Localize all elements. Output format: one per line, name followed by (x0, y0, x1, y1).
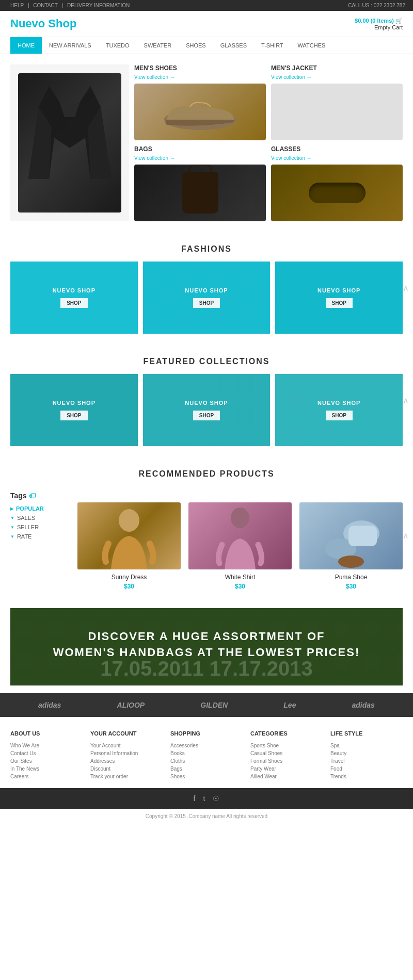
products-grid: Sunny Dress $30 White Shirt $30 (77, 502, 403, 590)
twitter-icon[interactable]: t (203, 794, 205, 803)
site-logo[interactable]: Nuevo Shop (10, 17, 76, 30)
rss-icon[interactable]: ☉ (213, 794, 219, 803)
glasses-shape (309, 183, 366, 203)
fashion-card-3: NUEVO SHOP SHOP (275, 262, 403, 334)
featured-shop-btn-2[interactable]: SHOP (193, 411, 220, 420)
footer-account-link-3[interactable]: Discount (90, 765, 163, 773)
footer-shopping-link-4[interactable]: Shoes (170, 773, 243, 780)
product-thumb-3 (299, 502, 403, 569)
nav-glasses[interactable]: GLASSES (213, 37, 254, 54)
nav-home[interactable]: HOME (10, 37, 42, 54)
footer-lifestyle-link-1[interactable]: Beauty (330, 749, 403, 757)
cart-icon: 🛒 (395, 18, 403, 24)
copyright: Copyright © 2015 .Company name All right… (0, 809, 413, 823)
top-bar-links[interactable]: HELP | CONTACT | DELIVERY INFORMATION (8, 3, 132, 8)
mens-shoes-link[interactable]: View collection (134, 74, 175, 80)
footer: ABOUT US Who We Are Contact Us Our Sites… (0, 717, 413, 788)
tags-title: Tags 🏷 (10, 492, 403, 500)
recommended-section: RECOMMENDED PRODUCTS Tags 🏷 ▶ POPULAR ▼ … (0, 456, 413, 600)
delivery-link[interactable]: DELIVERY INFORMATION (67, 3, 130, 8)
mens-shoes-category: MEN'S SHOES View collection (134, 64, 266, 140)
footer-lifestyle-link-0[interactable]: Spa (330, 742, 403, 749)
footer-categories-link-0[interactable]: Sports Shoe (250, 742, 323, 749)
nav-tshirt[interactable]: T-SHIRT (254, 37, 291, 54)
bag-shape (182, 172, 218, 214)
top-bar: HELP | CONTACT | DELIVERY INFORMATION CA… (0, 0, 413, 11)
footer-about-link-2[interactable]: Our Sites (10, 757, 83, 765)
featured-brand-3: NUEVO SHOP (317, 400, 360, 406)
mens-jacket-link[interactable]: View collection (271, 74, 312, 80)
bags-link[interactable]: View collection (134, 155, 175, 161)
featured-brand-1: NUEVO SHOP (53, 400, 96, 406)
fashion-card-2: NUEVO SHOP SHOP (143, 262, 271, 334)
logo-text: Shop (45, 17, 76, 30)
nav-tuxedo[interactable]: TUXEDO (99, 37, 137, 54)
fashion-shop-btn-2[interactable]: SHOP (193, 298, 220, 308)
tag-icon: 🏷 (29, 492, 36, 500)
header: Nuevo Shop $0.00 (0 Items) 🛒 Empty Cart (0, 11, 413, 37)
footer-about-link-4[interactable]: Careers (10, 773, 83, 780)
fashion-brand-3: NUEVO SHOP (317, 287, 360, 293)
featured-shop-btn-3[interactable]: SHOP (326, 411, 353, 420)
product-card-3[interactable]: Puma Shoe $30 (299, 502, 403, 590)
glasses-image (271, 165, 403, 221)
footer-col-lifestyle: LIFE STYLE Spa Beauty Travel Food Trends (330, 730, 403, 780)
footer-account-link-4[interactable]: Track your order (90, 773, 163, 780)
footer-categories-link-1[interactable]: Casual Shoes (250, 749, 323, 757)
footer-account-link-0[interactable]: Your Account (90, 742, 163, 749)
tag-arrow-seller: ▼ (10, 525, 14, 530)
product-card-1[interactable]: Sunny Dress $30 (77, 502, 181, 590)
featured-chevron[interactable]: ∧ (403, 396, 409, 405)
product-price-3: $30 (299, 583, 403, 590)
footer-shopping-link-3[interactable]: Bags (170, 765, 243, 773)
featured-card-3: NUEVO SHOP SHOP (275, 374, 403, 446)
product-price-1: $30 (77, 583, 181, 590)
facebook-icon[interactable]: f (194, 794, 196, 803)
footer-account-link-1[interactable]: Personal Information (90, 749, 163, 757)
product-card-2[interactable]: White Shirt $30 (188, 502, 292, 590)
fashions-section: FASHIONS NUEVO SHOP SHOP NUEVO SHOP SHOP… (0, 232, 413, 344)
footer-categories-link-4[interactable]: Allied Wear (250, 773, 323, 780)
footer-categories-link-3[interactable]: Party Wear (250, 765, 323, 773)
recommended-chevron[interactable]: ∧ (403, 531, 409, 541)
footer-shopping-title: SHOPPING (170, 730, 243, 737)
nav-sweater[interactable]: SWEATER (137, 37, 179, 54)
footer-shopping-link-2[interactable]: Cloths (170, 757, 243, 765)
footer-col-categories: CATEGORIES Sports Shoe Casual Shoes Form… (250, 730, 323, 780)
nav-new-arrivals[interactable]: NEW ARRIVALS (42, 37, 99, 54)
svg-rect-5 (348, 526, 377, 546)
footer-about-link-1[interactable]: Contact Us (10, 749, 83, 757)
fashion-shop-btn-1[interactable]: SHOP (60, 298, 87, 308)
svg-point-6 (338, 556, 364, 568)
footer-lifestyle-link-3[interactable]: Food (330, 765, 403, 773)
nav-shoes[interactable]: SHOES (179, 37, 213, 54)
glasses-link[interactable]: View collection (271, 155, 312, 161)
nav-watches[interactable]: WATCHES (291, 37, 333, 54)
footer-lifestyle-link-2[interactable]: Travel (330, 757, 403, 765)
featured-cards: NUEVO SHOP SHOP NUEVO SHOP SHOP NUEVO SH… (0, 374, 413, 456)
product-name-2: White Shirt (188, 574, 292, 581)
footer-shopping-link-1[interactable]: Books (170, 749, 243, 757)
mens-jacket-title: MEN'S JACKET (271, 64, 403, 72)
brands-bar: adidas ALIOOP GILDEN Lee adidas (0, 693, 413, 717)
footer-about-link-0[interactable]: Who We Are (10, 742, 83, 749)
footer-account-title: YOUR ACCOUNT (90, 730, 163, 737)
recommended-title: RECOMMENDED PRODUCTS (0, 456, 413, 486)
fashion-shop-btn-3[interactable]: SHOP (326, 298, 353, 308)
fashions-cards: NUEVO SHOP SHOP NUEVO SHOP SHOP NUEVO SH… (0, 262, 413, 344)
help-link[interactable]: HELP (10, 3, 24, 8)
fashions-chevron[interactable]: ∧ (403, 283, 409, 293)
contact-link[interactable]: CONTACT (33, 3, 58, 8)
footer-shopping-link-0[interactable]: Accessories (170, 742, 243, 749)
product-thumb-2 (188, 502, 292, 569)
mens-shoes-title: MEN'S SHOES (134, 64, 266, 72)
product-price-2: $30 (188, 583, 292, 590)
featured-shop-btn-1[interactable]: SHOP (60, 411, 87, 420)
svg-point-1 (119, 509, 139, 532)
footer-categories-link-2[interactable]: Formal Shoes (250, 757, 323, 765)
product-thumb-1 (77, 502, 181, 569)
cart-info[interactable]: $0.00 (0 Items) 🛒 Empty Cart (355, 18, 403, 30)
footer-account-link-2[interactable]: Addresses (90, 757, 163, 765)
footer-about-link-3[interactable]: In The News (10, 765, 83, 773)
footer-lifestyle-link-4[interactable]: Trends (330, 773, 403, 780)
